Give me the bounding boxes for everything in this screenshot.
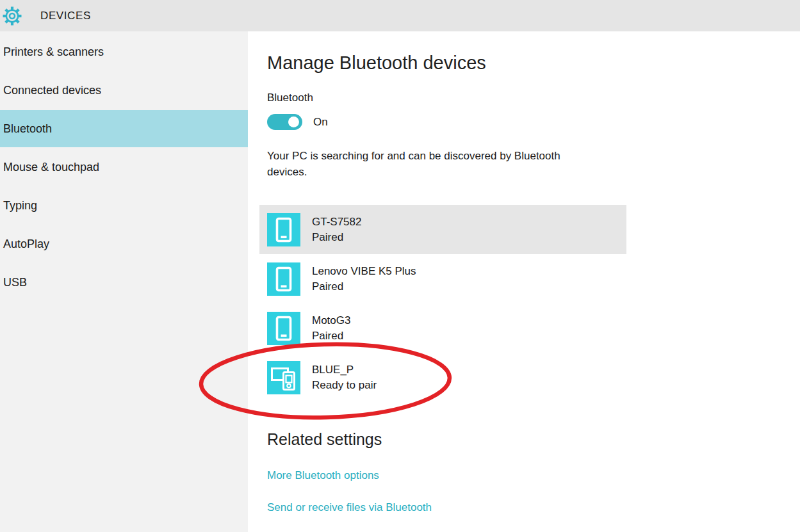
phone-icon — [267, 262, 300, 296]
sidebar-item-autoplay[interactable]: AutoPlay — [0, 225, 248, 262]
bluetooth-toggle[interactable] — [267, 114, 302, 130]
toggle-knob — [288, 117, 299, 127]
device-status: Paired — [312, 328, 350, 344]
sidebar-item-bluetooth[interactable]: Bluetooth — [0, 110, 248, 147]
phone-icon — [267, 312, 300, 345]
app-header: DEVICES — [0, 0, 800, 31]
phone-icon — [267, 213, 300, 246]
gear-icon — [2, 6, 22, 26]
device-status: Paired — [312, 230, 362, 245]
send-receive-files-link[interactable]: Send or receive files via Bluetooth — [267, 501, 432, 514]
sidebar-item-connected-devices[interactable]: Connected devices — [0, 72, 248, 109]
page-title: DEVICES — [40, 10, 91, 22]
generic-device-icon — [267, 361, 300, 394]
sidebar-item-typing[interactable]: Typing — [0, 187, 248, 224]
toggle-state-text: On — [313, 116, 328, 129]
sidebar-item-mouse-touchpad[interactable]: Mouse & touchpad — [0, 149, 248, 186]
manage-bluetooth-heading: Manage Bluetooth devices — [267, 52, 486, 74]
device-name: MotoG3 — [312, 313, 350, 328]
bluetooth-description: Your PC is searching for and can be disc… — [267, 148, 591, 180]
device-row-gt-s7582[interactable]: GT-S7582 Paired — [259, 205, 626, 254]
device-status: Paired — [312, 279, 416, 294]
device-status: Ready to pair — [312, 378, 377, 393]
device-row-motog3[interactable]: MotoG3 Paired — [259, 303, 626, 353]
bluetooth-toggle-label: Bluetooth — [267, 92, 313, 104]
device-name: Lenovo VIBE K5 Plus — [312, 264, 416, 279]
sidebar-item-printers-scanners[interactable]: Printers & scanners — [0, 33, 248, 70]
device-row-blue-p[interactable]: BLUE_P Ready to pair — [259, 353, 626, 402]
sidebar-item-usb[interactable]: USB — [0, 264, 248, 301]
device-name: BLUE_P — [312, 362, 377, 378]
related-settings-heading: Related settings — [267, 430, 382, 449]
device-row-lenovo-vibe-k5-plus[interactable]: Lenovo VIBE K5 Plus Paired — [259, 254, 626, 303]
settings-sidebar: Printers & scanners Connected devices Bl… — [0, 31, 248, 532]
bluetooth-device-list: GT-S7582 Paired Lenovo VIBE K5 Plus Pair… — [259, 205, 626, 402]
device-name: GT-S7582 — [312, 214, 362, 230]
more-bluetooth-options-link[interactable]: More Bluetooth options — [267, 469, 379, 482]
